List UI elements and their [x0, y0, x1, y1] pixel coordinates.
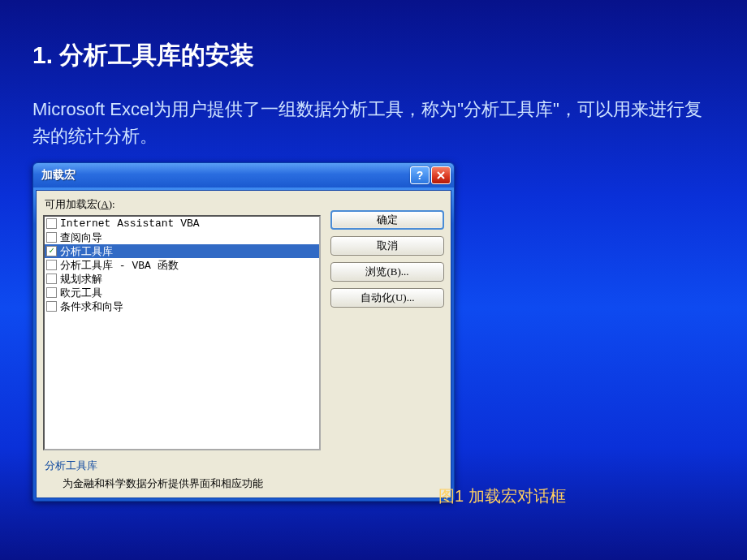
list-item-label: 分析工具库 - VBA 函数	[60, 258, 179, 273]
checkbox[interactable]	[46, 218, 57, 229]
list-item[interactable]: 分析工具库 - VBA 函数	[45, 258, 319, 272]
close-button[interactable]	[431, 166, 451, 184]
cancel-button[interactable]: 取消	[330, 236, 444, 256]
list-item[interactable]: 分析工具库	[45, 244, 319, 258]
close-icon	[437, 171, 445, 179]
list-label: 可用加载宏(A):	[45, 197, 321, 212]
figure-caption: 图1 加载宏对话框	[438, 485, 566, 507]
checkbox[interactable]	[46, 260, 57, 270]
checkbox[interactable]	[46, 301, 57, 312]
description-title: 分析工具库	[45, 459, 321, 473]
checkbox[interactable]	[46, 232, 57, 243]
dialog-body: 可用加载宏(A): Internet Assistant VBA查阅向导分析工具…	[36, 190, 451, 498]
list-item-label: 分析工具库	[60, 244, 113, 259]
list-item-label: Internet Assistant VBA	[60, 218, 200, 230]
list-item-label: 欧元工具	[60, 286, 102, 300]
list-item-label: 规划求解	[60, 272, 102, 286]
list-item-label: 条件求和向导	[60, 299, 123, 314]
dialog-left-column: 可用加载宏(A): Internet Assistant VBA查阅向导分析工具…	[43, 196, 321, 491]
slide-title: 1. 分析工具库的安装	[32, 39, 254, 72]
list-item[interactable]: Internet Assistant VBA	[45, 217, 319, 230]
addins-listbox[interactable]: Internet Assistant VBA查阅向导分析工具库分析工具库 - V…	[43, 215, 321, 450]
checkbox[interactable]	[46, 274, 57, 284]
browse-button[interactable]: 浏览(B)...	[330, 262, 444, 282]
addins-dialog: 加载宏 ? 可用加载宏(A): Internet Assistant VBA查阅…	[32, 162, 455, 502]
description-text: 为金融和科学数据分析提供界面和相应功能	[63, 476, 321, 491]
slide-body-text: Microsoft Excel为用户提供了一组数据分析工具，称为"分析工具库"，…	[32, 96, 715, 149]
dialog-titlebar[interactable]: 加载宏 ?	[33, 163, 454, 187]
checkbox[interactable]	[46, 287, 57, 298]
list-item-label: 查阅向导	[60, 230, 102, 245]
automation-button[interactable]: 自动化(U)...	[330, 288, 444, 308]
checkbox[interactable]	[46, 246, 57, 256]
list-item[interactable]: 查阅向导	[45, 230, 319, 244]
dialog-title: 加载宏	[41, 168, 408, 183]
ok-button[interactable]: 确定	[330, 210, 444, 230]
dialog-button-column: 确定 取消 浏览(B)... 自动化(U)...	[330, 196, 444, 491]
list-item[interactable]: 欧元工具	[45, 286, 319, 299]
description-block: 分析工具库 为金融和科学数据分析提供界面和相应功能	[43, 459, 321, 491]
list-item[interactable]: 规划求解	[45, 272, 319, 286]
help-button[interactable]: ?	[410, 166, 430, 184]
list-item[interactable]: 条件求和向导	[45, 299, 319, 313]
